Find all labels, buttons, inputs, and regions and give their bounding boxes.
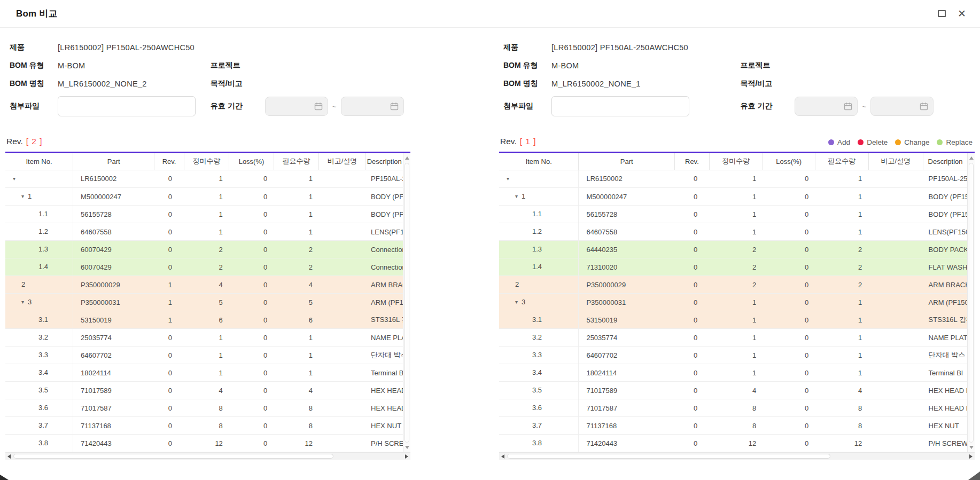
table-row[interactable]: 3.4180241140101Terminal Bl bbox=[499, 364, 967, 382]
validity-from-datepicker[interactable] bbox=[265, 97, 328, 116]
table-row[interactable]: 1.4600704290202Connection bbox=[5, 258, 403, 276]
table-row[interactable]: 3.6710175870808HEX HEAD B bbox=[5, 399, 403, 417]
cell-req: 2 bbox=[815, 276, 868, 294]
vertical-scrollbar[interactable] bbox=[967, 153, 975, 452]
caret-down-icon[interactable]: ▾ bbox=[515, 299, 518, 305]
resize-grip-icon[interactable] bbox=[968, 471, 980, 480]
table-row[interactable]: 3.1531500191606STS316L 강판 bbox=[5, 311, 403, 329]
vertical-scrollbar[interactable] bbox=[403, 153, 410, 452]
table-row[interactable]: 3.3646077020101단자대 박스 조 bbox=[499, 347, 967, 364]
item-no-text: 1 bbox=[28, 192, 32, 200]
horizontal-scrollbar-thumb[interactable] bbox=[507, 454, 830, 459]
validity-from-datepicker[interactable] bbox=[795, 97, 858, 116]
table-row[interactable]: 3.7711371680808HEX NUT bbox=[499, 417, 967, 435]
attachment-input[interactable] bbox=[58, 96, 196, 116]
table-row[interactable]: ▾LR61500020101PF150AL-25 bbox=[5, 170, 403, 188]
caret-down-icon[interactable]: ▾ bbox=[21, 299, 24, 305]
horizontal-scrollbar[interactable] bbox=[5, 452, 410, 460]
table-row[interactable]: 3.4180241140101Terminal Bl bbox=[5, 364, 403, 382]
cell-item: 1.2 bbox=[499, 223, 578, 241]
horizontal-scrollbar-thumb[interactable] bbox=[13, 454, 333, 459]
caret-down-icon[interactable]: ▾ bbox=[507, 176, 509, 182]
vertical-scrollbar-thumb[interactable] bbox=[405, 163, 409, 443]
cell-req: 4 bbox=[815, 382, 868, 399]
column-header-rev[interactable]: Rev. bbox=[154, 153, 184, 170]
cell-part: 71310020 bbox=[579, 258, 675, 276]
validity-to-datepicker[interactable] bbox=[341, 97, 404, 116]
table-row[interactable]: 3.5710175890404HEX HEAD B bbox=[5, 382, 403, 399]
cell-rev: 0 bbox=[674, 258, 709, 276]
table-row[interactable]: 3.871420443012012P/H SCREW bbox=[499, 435, 967, 452]
column-header-loss[interactable]: Loss(%) bbox=[763, 153, 815, 170]
cell-rev: 0 bbox=[154, 188, 184, 206]
table-row[interactable]: 1.2646075580101LENS(PF150 bbox=[499, 223, 967, 241]
caret-down-icon[interactable]: ▾ bbox=[21, 193, 24, 199]
column-header-required-qty[interactable]: 필요수량 bbox=[274, 153, 319, 170]
table-row[interactable]: 3.6710175870808HEX HEAD B bbox=[499, 399, 967, 417]
column-header-required-qty[interactable]: 필요수량 bbox=[815, 153, 868, 170]
scroll-left-icon[interactable] bbox=[7, 454, 11, 459]
column-header-rev[interactable]: Rev. bbox=[674, 153, 709, 170]
column-header-description[interactable]: Description bbox=[923, 153, 967, 170]
cell-loss: 0 bbox=[229, 276, 274, 294]
maximize-icon[interactable] bbox=[938, 10, 946, 17]
column-header-net-qty[interactable]: 정미수량 bbox=[184, 153, 229, 170]
vertical-scrollbar-thumb[interactable] bbox=[969, 163, 974, 443]
scroll-right-icon[interactable] bbox=[405, 454, 408, 459]
scroll-up-icon[interactable] bbox=[405, 156, 409, 160]
cell-part: 53150019 bbox=[73, 311, 154, 329]
table-row[interactable]: 1.1561557280101BODY (PF15 bbox=[499, 206, 967, 223]
scroll-down-icon[interactable] bbox=[969, 446, 974, 449]
close-icon[interactable]: ✕ bbox=[958, 9, 966, 19]
cell-loss: 0 bbox=[763, 329, 815, 347]
table-row[interactable]: ▾3P3500000310101ARM (PF150 bbox=[499, 294, 967, 311]
item-no-text: 1.3 bbox=[38, 245, 48, 253]
left-bom-panel: 제품 [LR6150002] PF150AL-250AWCHC50 BOM 유형… bbox=[5, 38, 410, 460]
column-header-net-qty[interactable]: 정미수량 bbox=[709, 153, 763, 170]
table-row[interactable]: ▾LR61500020101PF150AL-25 bbox=[499, 170, 967, 188]
caret-down-icon[interactable]: ▾ bbox=[13, 176, 15, 182]
table-row[interactable]: 3.2250357740101NAME PLAT bbox=[5, 329, 403, 347]
cell-part: 64607702 bbox=[579, 347, 675, 364]
scroll-left-icon[interactable] bbox=[501, 454, 504, 459]
column-header-item-no[interactable]: Item No. bbox=[499, 153, 579, 170]
table-row[interactable]: 3.5710175890404HEX HEAD B bbox=[499, 382, 967, 399]
cell-desc: STS316L 강판 bbox=[365, 311, 403, 329]
cell-desc: HEX NUT bbox=[923, 417, 967, 435]
column-header-item-no[interactable]: Item No. bbox=[5, 153, 73, 170]
table-row[interactable]: 2P3500000290202ARM BRACK bbox=[499, 276, 967, 294]
table-row[interactable]: 1.1561557280101BODY (PF15 bbox=[5, 206, 403, 223]
table-row[interactable]: 1.3644402350202BODY PACK bbox=[499, 241, 967, 258]
column-header-description[interactable]: Description bbox=[365, 153, 403, 170]
column-header-note[interactable]: 비고/설명 bbox=[868, 153, 923, 170]
cell-desc: BODY (PF15 bbox=[923, 206, 967, 223]
caret-down-icon[interactable]: ▾ bbox=[515, 193, 518, 199]
scroll-down-icon[interactable] bbox=[405, 446, 409, 449]
item-no-text: 3 bbox=[522, 298, 525, 306]
table-row[interactable]: ▾3P3500000311505ARM (PF150 bbox=[5, 294, 403, 311]
column-header-loss[interactable]: Loss(%) bbox=[229, 153, 274, 170]
cell-note bbox=[319, 258, 365, 276]
table-row[interactable]: 2P3500000291404ARM BRACK bbox=[5, 276, 403, 294]
attachment-input[interactable] bbox=[551, 96, 689, 116]
table-row[interactable]: 3.7711371680808HEX NUT bbox=[5, 417, 403, 435]
scroll-right-icon[interactable] bbox=[969, 454, 973, 459]
table-row[interactable]: 1.3600704290202Connection bbox=[5, 241, 403, 258]
column-header-part[interactable]: Part bbox=[579, 153, 675, 170]
validity-to-datepicker[interactable] bbox=[870, 97, 934, 116]
cell-item: 3.8 bbox=[5, 435, 73, 452]
table-row[interactable]: ▾1M5000002470101BODY (PF15 bbox=[5, 188, 403, 206]
horizontal-scrollbar[interactable] bbox=[499, 452, 975, 460]
scroll-up-icon[interactable] bbox=[969, 156, 974, 160]
cell-note bbox=[868, 311, 923, 329]
table-row[interactable]: 1.2646075580101LENS(PF150 bbox=[5, 223, 403, 241]
table-row[interactable]: 3.3646077020101단자대 박스 조 bbox=[5, 347, 403, 364]
table-row[interactable]: 3.2250357740101NAME PLAT bbox=[499, 329, 967, 347]
column-header-note[interactable]: 비고/설명 bbox=[319, 153, 365, 170]
table-row[interactable]: 1.4713100200202FLAT WASH bbox=[499, 258, 967, 276]
column-header-part[interactable]: Part bbox=[73, 153, 154, 170]
table-row[interactable]: 3.871420443012012P/H SCREW bbox=[5, 435, 403, 452]
cell-note bbox=[319, 329, 365, 347]
table-row[interactable]: ▾1M5000002470101BODY (PF15 bbox=[499, 188, 967, 206]
table-row[interactable]: 3.1531500190101STS316L 강판 bbox=[499, 311, 967, 329]
